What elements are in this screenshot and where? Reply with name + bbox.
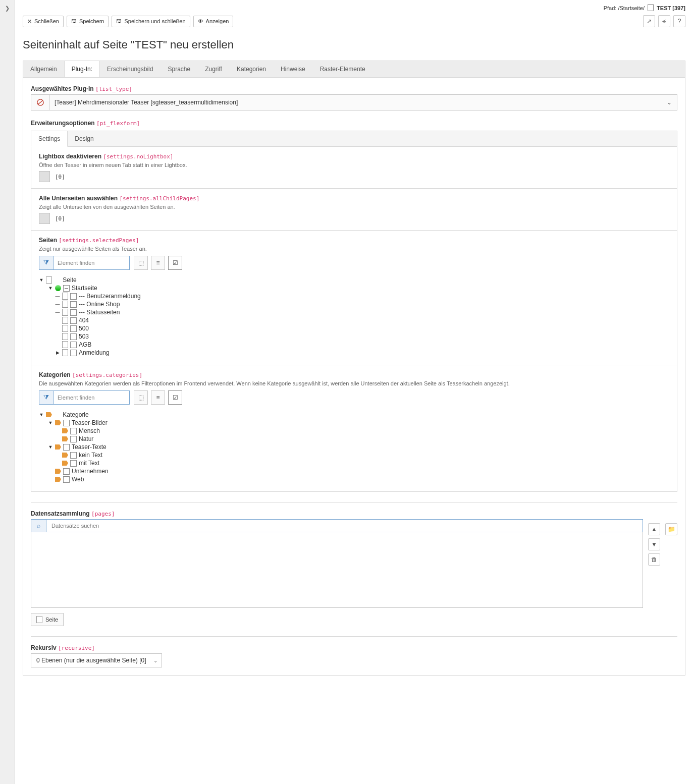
subtab-design[interactable]: Design [68, 131, 100, 146]
tree-expand-icon[interactable]: ⬚ [134, 390, 148, 405]
save-close-icon: 🖫 [116, 18, 122, 24]
pages-label: Seiten [39, 237, 57, 244]
view-button[interactable]: 👁Anzeigen [193, 16, 234, 27]
tab-language[interactable]: Sprache [161, 61, 198, 77]
pages-filter-input[interactable] [54, 256, 129, 269]
tab-notes[interactable]: Hinweise [274, 61, 313, 77]
tree-expand-icon[interactable]: ⬚ [134, 256, 148, 270]
subtab-settings[interactable]: Settings [31, 131, 68, 147]
plugin-label: Ausgewähltes Plug-In [31, 85, 94, 92]
help-button[interactable]: ? [673, 15, 685, 27]
tree-checkall-icon[interactable]: ☑ [168, 256, 182, 270]
tab-appearance[interactable]: Erscheinungsbild [100, 61, 161, 77]
plugin-select[interactable]: [Teaser] Mehrdimensionaler Teaser [sgtea… [31, 94, 677, 110]
categories-filter-input[interactable] [54, 391, 129, 404]
pages-desc: Zeigt nur ausgewählte Seiten als Teaser … [39, 246, 669, 252]
nolightbox-value: [0] [55, 174, 65, 180]
module-rail: ❯ [0, 0, 15, 784]
rail-expand-icon[interactable]: ❯ [5, 5, 10, 12]
save-close-button[interactable]: 🖫Speichern und schließen [112, 16, 190, 27]
eye-icon: 👁 [198, 18, 203, 24]
pages-tree[interactable]: ▼ Seite ▼Startseite —--- Benutzeranmeldu… [39, 274, 669, 359]
move-down-button[interactable]: ▼ [648, 538, 660, 550]
chevron-down-icon: ⌄ [662, 95, 677, 110]
page-icon [36, 616, 42, 623]
tag-icon [46, 412, 52, 417]
allchild-value: [0] [55, 215, 65, 222]
categories-label: Kategorien [39, 371, 71, 378]
recursive-label: Rekursiv [31, 644, 57, 651]
allchild-checkbox[interactable] [39, 213, 50, 224]
categories-desc: Die ausgewählten Kategorien werden als F… [39, 380, 669, 386]
page-title: Seiteninhalt auf Seite "TEST" neu erstel… [23, 38, 685, 51]
share-button[interactable]: ⪪ [658, 15, 670, 27]
nolightbox-label: Lightbox deaktivieren [39, 153, 101, 160]
tab-grid[interactable]: Raster-Elemente [313, 61, 373, 77]
tab-plugin[interactable]: Plug-In: [64, 61, 100, 77]
recursive-select[interactable]: 0 Ebenen (nur die ausgewählte Seite) [0]… [31, 653, 162, 667]
nolightbox-desc: Öffne den Teaser in einem neuen Tab stat… [39, 162, 669, 168]
move-up-button[interactable]: ▲ [648, 523, 660, 535]
breadcrumb: Pfad: /Startseite/ TEST [397] [604, 4, 685, 11]
categories-tree[interactable]: ▼ Kategorie ▼Teaser-Bilder Mensch Natur … [39, 409, 669, 485]
page-icon [648, 4, 654, 11]
flex-code: [pi_flexform] [96, 120, 140, 127]
tab-general[interactable]: Allgemein [23, 61, 65, 77]
path-crumb: /Startseite/ [618, 5, 645, 11]
tab-access[interactable]: Zugriff [198, 61, 230, 77]
svg-line-1 [38, 101, 42, 104]
close-icon: ✕ [27, 18, 32, 25]
tree-list-icon[interactable]: ≡ [151, 390, 165, 405]
save-icon: 🖫 [71, 18, 77, 24]
filter-icon[interactable]: ⧩ [39, 256, 54, 269]
allchild-desc: Zeigt alle Unterseiten von den ausgewähl… [39, 204, 669, 210]
filter-icon[interactable]: ⧩ [39, 391, 54, 404]
records-label: Datensatzsammlung [31, 510, 90, 517]
plugin-status-icon [31, 95, 49, 110]
chevron-down-icon: ⌄ [153, 658, 157, 663]
flex-label: Erweiterungsoptionen [31, 120, 95, 127]
save-button[interactable]: 🖫Speichern [67, 16, 109, 27]
add-page-button[interactable]: Seite [31, 613, 64, 626]
tree-list-icon[interactable]: ≡ [151, 256, 165, 270]
plugin-value: [Teaser] Mehrdimensionaler Teaser [sgtea… [49, 95, 662, 110]
tree-checkall-icon[interactable]: ☑ [168, 390, 182, 405]
close-button[interactable]: ✕Schließen [23, 16, 64, 27]
allchild-label: Alle Unterseiten auswählen [39, 195, 118, 202]
path-label: Pfad: [604, 5, 617, 11]
tab-categories[interactable]: Kategorien [230, 61, 274, 77]
delete-button[interactable]: 🗑 [648, 553, 660, 566]
plugin-code: [list_type] [95, 86, 132, 92]
globe-icon [55, 285, 61, 291]
open-new-button[interactable]: ↗ [643, 15, 655, 27]
records-search-input[interactable] [46, 520, 643, 532]
nolightbox-checkbox[interactable] [39, 171, 50, 182]
search-icon[interactable]: ⌕ [31, 520, 46, 532]
main-tabs: Allgemein Plug-In: Erscheinungsbild Spra… [23, 61, 685, 77]
tree-checkbox[interactable] [63, 285, 70, 292]
browse-button[interactable]: 📁 [665, 523, 677, 535]
records-list[interactable] [31, 532, 643, 608]
